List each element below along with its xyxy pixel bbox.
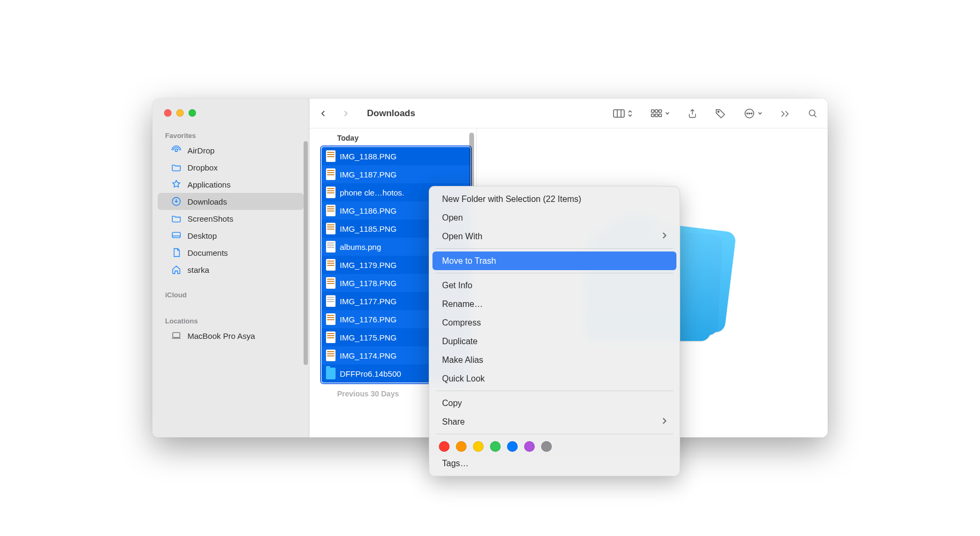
search-button[interactable]: [807, 108, 818, 119]
svg-rect-3: [173, 332, 179, 337]
sidebar-item-screenshots[interactable]: ScreenShots: [158, 210, 304, 227]
context-menu: New Folder with Selection (22 Items)Open…: [429, 186, 680, 476]
share-button[interactable]: [687, 108, 698, 119]
home-icon: [170, 264, 182, 275]
tag-color-row: [429, 437, 680, 454]
menu-item-label: Open With: [442, 232, 483, 241]
group-button[interactable]: [650, 108, 670, 119]
close-button[interactable]: [164, 109, 172, 117]
tag-color-dot[interactable]: [439, 441, 450, 452]
sidebar-item-applications[interactable]: Applications: [158, 176, 304, 193]
menu-item[interactable]: Share: [432, 412, 676, 431]
sidebar-item-label: MacBook Pro Asya: [187, 331, 255, 340]
sidebar: Favorites AirDrop Dropbox Applications: [152, 99, 309, 437]
image-thumbnail-icon: [326, 241, 336, 253]
image-thumbnail-icon: [326, 295, 336, 307]
sidebar-section-locations: Locations: [152, 314, 309, 327]
menu-separator: [436, 248, 673, 249]
menu-separator: [436, 391, 673, 391]
tag-color-dot[interactable]: [473, 441, 484, 452]
sidebar-item-downloads[interactable]: Downloads: [158, 193, 304, 210]
minimize-button[interactable]: [176, 109, 184, 117]
forward-button[interactable]: [341, 108, 350, 119]
sidebar-item-dropbox[interactable]: Dropbox: [158, 159, 304, 176]
menu-item[interactable]: Copy: [432, 394, 676, 412]
file-name-label: phone cle…hotos.: [340, 188, 404, 197]
sidebar-item-macbook[interactable]: MacBook Pro Asya: [158, 327, 304, 344]
image-thumbnail-icon: [326, 313, 336, 325]
image-thumbnail-icon: [326, 186, 336, 198]
tag-color-dot[interactable]: [456, 441, 467, 452]
menu-item-label: Get Info: [442, 281, 472, 290]
svg-point-13: [747, 112, 748, 113]
image-thumbnail-icon: [326, 150, 336, 162]
menu-item-label: New Folder with Selection (22 Items): [442, 194, 581, 204]
image-thumbnail-icon: [326, 277, 336, 289]
sidebar-scrollbar[interactable]: [304, 141, 308, 365]
file-row[interactable]: IMG_1187.PNG: [322, 165, 470, 183]
file-name-label: albums.png: [340, 242, 381, 251]
menu-item-label: Copy: [442, 399, 462, 408]
download-icon: [170, 196, 182, 207]
tags-button[interactable]: [715, 108, 726, 119]
svg-point-0: [175, 149, 178, 152]
document-icon: [170, 247, 182, 258]
menu-item[interactable]: New Folder with Selection (22 Items): [432, 190, 676, 208]
tag-color-dot[interactable]: [541, 441, 552, 452]
sidebar-item-desktop[interactable]: Desktop: [158, 227, 304, 244]
menu-item[interactable]: Rename…: [432, 295, 676, 313]
menu-item-label: Duplicate: [442, 337, 478, 346]
svg-point-15: [751, 112, 752, 113]
file-section-title: Today: [320, 133, 472, 145]
menu-item[interactable]: Make Alias: [432, 351, 676, 369]
chevron-right-icon: [662, 417, 667, 427]
overflow-button[interactable]: [780, 110, 790, 117]
tag-color-dot[interactable]: [524, 441, 535, 452]
menu-item[interactable]: Tags…: [432, 454, 676, 473]
laptop-icon: [170, 330, 182, 342]
image-thumbnail-icon: [326, 223, 336, 234]
file-row[interactable]: IMG_1188.PNG: [322, 147, 470, 165]
view-mode-button[interactable]: [612, 108, 633, 119]
svg-rect-5: [651, 110, 654, 112]
svg-rect-2: [173, 232, 181, 238]
menu-item[interactable]: Get Info: [432, 276, 676, 295]
svg-rect-7: [659, 110, 662, 112]
menu-item-label: Open: [442, 213, 463, 223]
fullscreen-button[interactable]: [189, 109, 196, 117]
menu-item[interactable]: Open With: [432, 227, 676, 246]
svg-rect-10: [659, 114, 662, 117]
tag-color-dot[interactable]: [507, 441, 518, 452]
menu-item[interactable]: Move to Trash: [432, 251, 676, 270]
sidebar-item-label: Desktop: [187, 231, 217, 240]
menu-item[interactable]: Quick Look: [432, 369, 676, 388]
sidebar-item-airdrop[interactable]: AirDrop: [158, 142, 304, 159]
toolbar: Downloads: [309, 99, 828, 128]
svg-point-11: [718, 111, 719, 112]
folder-icon: [170, 161, 182, 173]
menu-item[interactable]: Open: [432, 208, 676, 227]
sidebar-item-home[interactable]: starka: [158, 261, 304, 278]
menu-item[interactable]: Duplicate: [432, 332, 676, 351]
window-title: Downloads: [367, 108, 415, 119]
svg-point-14: [749, 112, 750, 113]
tag-color-dot[interactable]: [490, 441, 501, 452]
file-name-label: IMG_1179.PNG: [340, 261, 397, 270]
file-name-label: IMG_1186.PNG: [340, 206, 397, 215]
sidebar-item-label: Downloads: [187, 197, 227, 206]
svg-rect-9: [655, 114, 658, 117]
svg-point-16: [809, 110, 815, 116]
file-name-label: IMG_1177.PNG: [340, 297, 397, 306]
back-button[interactable]: [319, 108, 328, 119]
menu-item-label: Compress: [442, 318, 481, 328]
menu-item-label: Quick Look: [442, 374, 485, 384]
menu-item[interactable]: Compress: [432, 313, 676, 332]
image-thumbnail-icon: [326, 350, 336, 361]
action-button[interactable]: [744, 108, 763, 119]
folder-icon: [170, 213, 182, 224]
sidebar-item-label: Dropbox: [187, 163, 218, 172]
sidebar-item-documents[interactable]: Documents: [158, 244, 304, 261]
image-thumbnail-icon: [326, 331, 336, 343]
file-name-label: DFFPro6.14b500: [340, 369, 401, 378]
sidebar-item-label: AirDrop: [187, 146, 215, 155]
